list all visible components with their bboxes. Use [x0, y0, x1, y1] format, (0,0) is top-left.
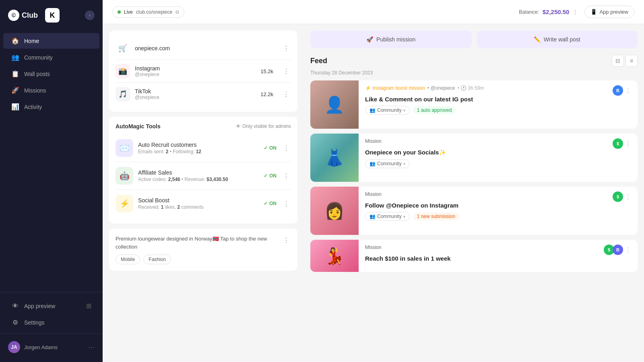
sidebar-item-app-preview[interactable]: 👁 App preview ⊞ — [3, 298, 99, 314]
list-item[interactable]: 🛒 onepiece.com ⋮ — [116, 37, 291, 60]
sidebar-item-missions[interactable]: 🚀 Missions — [3, 82, 99, 98]
more-menu-button[interactable]: ⋮ — [625, 246, 631, 254]
more-menu-button[interactable]: ⋮ — [281, 235, 291, 246]
feed-card-header-row: Mission $ ⋮ — [365, 138, 631, 149]
instagram-icon: 📸 — [116, 64, 130, 78]
balance-label: Balance: — [519, 9, 539, 15]
description-card: Premium loungewear designed in Norway🇳🇴 … — [109, 228, 297, 271]
description-text: Premium loungewear designed in Norway🇳🇴 … — [116, 235, 281, 251]
live-badge[interactable]: Live club.co/onepiece ⧉ — [112, 6, 184, 18]
list-item[interactable]: 📸 Instagram @onepiece 15.2k ⋮ — [116, 60, 291, 83]
list-item[interactable]: 🤖 Affiliate Sales Active codes: 2,546 • … — [116, 162, 291, 190]
more-menu-button[interactable]: ⋮ — [281, 89, 291, 100]
more-menu-button[interactable]: ⋮ — [281, 171, 291, 181]
tags-row: Mobile Fashion — [116, 255, 291, 264]
social-boost-icon: ⚡ — [116, 195, 133, 212]
on-label: ON — [269, 201, 277, 206]
mission-type-label: Mission — [365, 191, 382, 197]
list-item[interactable]: 🎵 TikTok @onepiece 12.2k ⋮ — [116, 83, 291, 105]
community-tag[interactable]: 👥 Community ▾ — [365, 106, 410, 115]
more-menu-button[interactable]: ⋮ — [625, 140, 631, 148]
post-image: 👗 — [310, 134, 359, 182]
icons-row: $ B ⋮ — [604, 245, 631, 255]
check-icon: ✓ — [264, 201, 268, 206]
post-image-person: 💃 — [310, 240, 359, 272]
tool-name: Auto Recruit customers — [138, 142, 259, 148]
more-menu-button[interactable]: ⋮ — [625, 193, 631, 201]
affiliate-sales-icon: 🤖 — [116, 167, 133, 185]
tag-row: 👥 Community ▾ 1 auto approved — [365, 106, 631, 115]
on-toggle[interactable]: ✓ ON — [264, 201, 277, 206]
chevron-down-icon: ▾ — [403, 162, 405, 166]
sidebar-item-home[interactable]: 🏠 Home — [3, 33, 99, 49]
handle-text: • @onepiece — [427, 85, 455, 91]
avatar: B — [613, 245, 623, 255]
main-content: Live club.co/onepiece ⧉ Balance: $2,250.… — [103, 0, 644, 362]
more-menu-button[interactable]: ⋮ — [625, 87, 631, 95]
social-name: TikTok — [135, 88, 256, 95]
on-toggle[interactable]: ✓ ON — [264, 173, 277, 179]
social-handle: @onepiece — [135, 95, 256, 100]
feed-post-card: 👤 ⚡ Instagram boost mission • @onepiece … — [310, 80, 638, 129]
app-preview-label: App preview — [599, 9, 628, 15]
more-menu-button[interactable]: ⋮ — [281, 66, 291, 77]
feed-date: Thursday 28 December 2023 — [310, 70, 638, 76]
sidebar-item-wall-posts[interactable]: 📋 Wall posts — [3, 66, 99, 82]
avatar: B — [613, 85, 623, 96]
wall-posts-icon: 📋 — [11, 70, 19, 78]
main-nav: 🏠 Home 👥 Community 📋 Wall posts 🚀 Missio… — [0, 29, 103, 292]
topbar: Live club.co/onepiece ⧉ Balance: $2,250.… — [103, 0, 644, 24]
sidebar-item-activity[interactable]: 📊 Activity — [3, 99, 99, 115]
balance-menu-button[interactable]: ⋮ — [572, 9, 578, 15]
mission-type-label: Mission — [365, 138, 382, 144]
on-toggle[interactable]: ✓ ON — [264, 145, 277, 151]
k-logo[interactable]: K — [45, 8, 60, 23]
topbar-right: Balance: $2,250.50 ⋮ 📱 App preview — [519, 6, 634, 18]
tool-desc: Received: 1 likes, 2 comments — [138, 204, 259, 210]
feed-card-meta: Mission — [365, 191, 382, 197]
feed-card-meta: ⚡ Instagram boost mission • @onepiece • … — [365, 85, 484, 91]
post-title: Like & Comment on our latest IG post — [365, 96, 631, 103]
icons-row: B ⋮ — [613, 85, 631, 96]
app-preview-button[interactable]: 📱 App preview — [584, 6, 634, 18]
activity-icon: 📊 — [11, 103, 19, 111]
community-label: Community — [377, 107, 402, 113]
app-preview-sidebar-icon: 👁 — [11, 302, 19, 310]
icons-row: $ ⋮ — [613, 138, 631, 149]
list-item[interactable]: ⚡ Social Boost Received: 1 likes, 2 comm… — [116, 190, 291, 217]
write-wall-post-button[interactable]: ✏️ Write wall post — [477, 31, 638, 48]
card-view-button[interactable]: ⊟ — [612, 55, 624, 67]
community-tag[interactable]: 👥 Community ▾ — [365, 212, 410, 221]
community-icon: 👥 — [11, 53, 19, 61]
tool-info: Auto Recruit customers Emails sent: 2 • … — [138, 142, 259, 154]
list-view-button[interactable]: ≡ — [625, 55, 638, 67]
sidebar-item-missions-label: Missions — [24, 87, 46, 94]
post-image-person: 👩 — [310, 187, 359, 235]
feed-card-header-row: Mission $ B ⋮ — [365, 245, 631, 255]
publish-mission-label: Publish mission — [376, 36, 415, 43]
tag-row: 👥 Community ▾ 1 new submission — [365, 212, 631, 221]
community-tag[interactable]: 👥 Community ▾ — [365, 159, 410, 168]
post-title: Onepiece on your Socials✨ — [365, 149, 631, 156]
sidebar-item-wall-posts-label: Wall posts — [24, 71, 50, 77]
more-menu-button[interactable]: ⋮ — [281, 143, 291, 154]
list-item[interactable]: ✉️ Auto Recruit customers Emails sent: 2… — [116, 134, 291, 162]
user-name: Jorgen Adams — [24, 344, 58, 350]
more-menu-button[interactable]: ⋮ — [281, 198, 291, 209]
feed-post-card: 👩 Mission $ ⋮ Follow @Onepiece on Instag… — [310, 187, 638, 235]
copy-icon[interactable]: ⧉ — [175, 9, 179, 15]
more-menu-button[interactable]: ⋮ — [281, 43, 291, 54]
phone-icon: 📱 — [590, 9, 597, 15]
avatar: $ — [613, 138, 623, 149]
sidebar-item-community[interactable]: 👥 Community — [3, 49, 99, 65]
post-image-person: 👤 — [310, 80, 359, 129]
automagic-tools-card: AutoMagic Tools 👁 Only visible for admin… — [109, 117, 297, 224]
collapse-sidebar-button[interactable]: ‹ — [85, 10, 95, 20]
user-menu-button[interactable]: ⋯ — [88, 343, 95, 351]
sidebar-item-home-label: Home — [24, 38, 39, 44]
sidebar-item-settings[interactable]: ⚙ Settings — [3, 315, 99, 330]
publish-mission-button[interactable]: 🚀 Publish mission — [310, 31, 472, 48]
sidebar-item-settings-label: Settings — [24, 319, 45, 326]
user-section[interactable]: JA Jorgen Adams ⋯ — [0, 337, 103, 357]
balance-amount: $2,250.50 — [543, 8, 570, 15]
